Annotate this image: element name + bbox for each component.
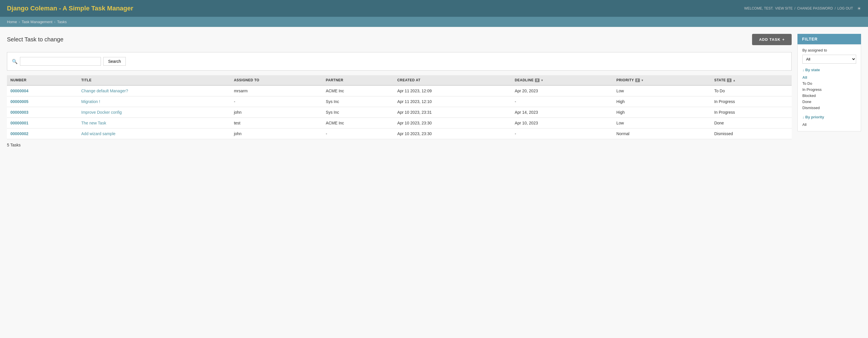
filter-state-list: AllTo DoIn ProgressBlockedDoneDismissed <box>802 74 856 111</box>
table-row: 00000003 Improve Docker config john Sys … <box>7 107 792 118</box>
cell-title[interactable]: The new Task <box>78 118 230 129</box>
table-body: 00000004 Change default Manager? mrsarm … <box>7 85 792 139</box>
col-created-at[interactable]: CREATED AT <box>394 75 511 85</box>
table-row: 00000005 Migration ! - Sys Inc Apr 11 20… <box>7 96 792 107</box>
cell-partner: - <box>322 129 394 139</box>
cell-priority: Low <box>613 118 711 129</box>
content-area: Select Task to change ADD TASK + 🔍 Searc… <box>7 34 792 329</box>
filter-state-item[interactable]: Done <box>802 99 856 105</box>
cell-number[interactable]: 00000001 <box>7 118 78 129</box>
cell-deadline: - <box>511 129 613 139</box>
cell-deadline: Apr 20, 2023 <box>511 85 613 96</box>
col-title[interactable]: TITLE <box>78 75 230 85</box>
cell-deadline: Apr 14, 2023 <box>511 107 613 118</box>
cell-created-at: Apr 11 2023, 12:09 <box>394 85 511 96</box>
table-head: NUMBER TITLE ASSIGNED TO PARTNER CREATED… <box>7 75 792 85</box>
cell-assigned-to: john <box>230 129 322 139</box>
cell-assigned-to: - <box>230 96 322 107</box>
col-partner[interactable]: PARTNER <box>322 75 394 85</box>
search-row: 🔍 Search <box>7 52 792 71</box>
col-state[interactable]: STATE 1 ▲ <box>711 75 792 85</box>
filter-priority-list: All <box>802 121 856 128</box>
cell-title[interactable]: Change default Manager? <box>78 85 230 96</box>
breadcrumb-home[interactable]: Home <box>7 20 17 24</box>
cell-number[interactable]: 00000005 <box>7 96 78 107</box>
header-nav: WELCOME, TEST. VIEW SITE / CHANGE PASSWO… <box>744 6 861 11</box>
cell-deadline: - <box>511 96 613 107</box>
col-number[interactable]: NUMBER <box>7 75 78 85</box>
cell-number[interactable]: 00000002 <box>7 129 78 139</box>
cell-state: Dismissed <box>711 129 792 139</box>
filter-state-item[interactable]: All <box>802 74 856 80</box>
col-assigned-to[interactable]: ASSIGNED TO <box>230 75 322 85</box>
filter-priority-item[interactable]: All <box>802 121 856 128</box>
cell-assigned-to: test <box>230 118 322 129</box>
cell-number[interactable]: 00000004 <box>7 85 78 96</box>
cell-title[interactable]: Add wizard sample <box>78 129 230 139</box>
cell-created-at: Apr 10 2023, 23:30 <box>394 118 511 129</box>
cell-title[interactable]: Improve Docker config <box>78 107 230 118</box>
header: Django Coleman - A Simple Task Manager W… <box>0 0 868 17</box>
cell-state: To Do <box>711 85 792 96</box>
cell-title[interactable]: Migration ! <box>78 96 230 107</box>
cell-priority: Normal <box>613 129 711 139</box>
cell-state: In Progress <box>711 96 792 107</box>
filter-assigned-select[interactable]: All john mrsarm test <box>802 55 856 64</box>
main-container: Select Task to change ADD TASK + 🔍 Searc… <box>0 27 868 336</box>
change-password-link[interactable]: CHANGE PASSWORD <box>797 6 833 10</box>
search-button[interactable]: Search <box>103 57 126 66</box>
filter-state-label[interactable]: ↓ By state <box>802 68 856 72</box>
log-out-link[interactable]: LOG OUT <box>837 6 853 10</box>
cell-partner: ACME Inc <box>322 85 394 96</box>
cell-partner: Sys Inc <box>322 107 394 118</box>
cell-created-at: Apr 10 2023, 23:31 <box>394 107 511 118</box>
table-row: 00000001 The new Task test ACME Inc Apr … <box>7 118 792 129</box>
filter-priority-label[interactable]: ↓ By priority <box>802 115 856 119</box>
table-row: 00000004 Change default Manager? mrsarm … <box>7 85 792 96</box>
cell-created-at: Apr 10 2023, 23:30 <box>394 129 511 139</box>
add-task-label: ADD TASK <box>759 37 780 42</box>
cell-state: Done <box>711 118 792 129</box>
cell-priority: Low <box>613 85 711 96</box>
add-task-icon: + <box>782 37 785 42</box>
table-row: 00000002 Add wizard sample john - Apr 10… <box>7 129 792 139</box>
filter-state-item[interactable]: In Progress <box>802 87 856 93</box>
cell-number[interactable]: 00000003 <box>7 107 78 118</box>
cell-assigned-to: mrsarm <box>230 85 322 96</box>
filter-sidebar: FILTER By assigned to All john mrsarm te… <box>798 34 861 329</box>
filter-state-item[interactable]: To Do <box>802 80 856 87</box>
view-site-link[interactable]: VIEW SITE <box>775 6 793 10</box>
cell-partner: ACME Inc <box>322 118 394 129</box>
page-title: Select Task to change <box>7 36 63 43</box>
filter-assigned-label: By assigned to <box>802 48 856 52</box>
task-count: 5 Tasks <box>7 139 792 151</box>
cell-deadline: Apr 10, 2023 <box>511 118 613 129</box>
cell-created-at: Apr 11 2023, 12:10 <box>394 96 511 107</box>
welcome-text: WELCOME, TEST. <box>744 6 773 10</box>
breadcrumb: Home › Task Management › Tasks <box>0 17 868 27</box>
col-deadline[interactable]: DEADLINE 3 ▼ <box>511 75 613 85</box>
breadcrumb-section[interactable]: Task Management <box>22 20 52 24</box>
task-table: NUMBER TITLE ASSIGNED TO PARTNER CREATED… <box>7 75 792 139</box>
search-input[interactable] <box>20 57 101 66</box>
app-title: Django Coleman - A Simple Task Manager <box>7 5 133 12</box>
breadcrumb-current: Tasks <box>57 20 67 24</box>
cell-state: In Progress <box>711 107 792 118</box>
cell-assigned-to: john <box>230 107 322 118</box>
theme-icon[interactable]: ☀ <box>857 6 861 11</box>
page-title-row: Select Task to change ADD TASK + <box>7 34 792 45</box>
add-task-button[interactable]: ADD TASK + <box>752 34 792 45</box>
filter-state-item[interactable]: Blocked <box>802 93 856 99</box>
cell-priority: High <box>613 107 711 118</box>
cell-partner: Sys Inc <box>322 96 394 107</box>
filter-section: By assigned to All john mrsarm test ↓ By… <box>798 44 861 131</box>
filter-state-item[interactable]: Dismissed <box>802 105 856 111</box>
search-icon: 🔍 <box>12 59 18 64</box>
col-priority[interactable]: PRIORITY 2 ▼ <box>613 75 711 85</box>
cell-priority: High <box>613 96 711 107</box>
filter-header: FILTER <box>798 34 861 44</box>
